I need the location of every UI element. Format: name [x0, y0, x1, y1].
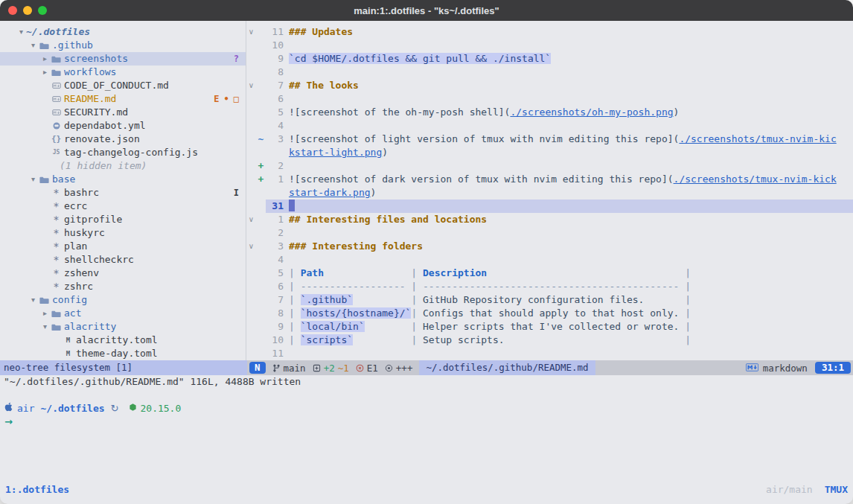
folder-icon: [50, 309, 63, 319]
chevron-down-icon[interactable]: ▾: [28, 293, 38, 307]
markdown-link[interactable]: ./screenshots/oh-my-posh.png: [510, 106, 673, 118]
editor-line-wrap[interactable]: kstart-light.png): [246, 146, 853, 159]
chevron-right-icon[interactable]: ▸: [40, 307, 50, 320]
tmux-window-tab[interactable]: 1:.dotfiles: [5, 484, 69, 495]
editor-line[interactable]: ∨11### Updates: [246, 25, 853, 39]
markdown-link[interactable]: start-dark.png: [289, 187, 371, 198]
tree-item-1-hidden-item[interactable]: (1 hidden item): [0, 159, 246, 173]
tree-item-workflows[interactable]: ▸workflows: [0, 66, 246, 79]
zoom-button[interactable]: [38, 6, 47, 15]
tree-item-screenshots[interactable]: ▸screenshots?: [0, 52, 246, 66]
editor-line[interactable]: 10: [246, 39, 853, 52]
tree-item-security-md[interactable]: SECURITY.md: [0, 106, 246, 119]
chevron-right-icon[interactable]: ▸: [40, 66, 50, 79]
editor-line[interactable]: ∨1## Interesting files and locations: [246, 213, 853, 226]
fold-icon[interactable]: ∨: [246, 213, 256, 226]
prompt-arrow[interactable]: →: [4, 415, 853, 429]
tree-item-base[interactable]: ▾base: [0, 173, 246, 186]
tree-item-config[interactable]: ▾config: [0, 293, 246, 307]
editor-line[interactable]: 6: [246, 92, 853, 106]
tree-item-dependabot-yml[interactable]: dependabot.yml: [0, 119, 246, 133]
close-button[interactable]: [8, 6, 17, 15]
tree-item-label: zshrc: [64, 280, 93, 293]
tree-item-theme-day-toml[interactable]: Mtheme-day.toml: [0, 347, 246, 360]
editor-line[interactable]: 5![screenshot of the oh-my-posh shell](.…: [246, 106, 853, 119]
fold-icon: [246, 52, 256, 66]
markdown-heading: ## The looks: [289, 80, 359, 91]
tree-item-zshenv[interactable]: *zshenv: [0, 267, 246, 280]
editor-line[interactable]: +1![screenshot of dark version of tmux w…: [246, 173, 853, 186]
tree-item-act[interactable]: ▸act: [0, 307, 246, 320]
minimize-button[interactable]: [23, 6, 32, 15]
editor-text: |: [289, 307, 301, 319]
tree-item-bashrc[interactable]: *bashrcI: [0, 186, 246, 200]
folder-icon: [50, 68, 63, 77]
editor-line[interactable]: 10| `scripts` | Setup scripts. |: [246, 334, 853, 347]
code-span: `local/bin`: [301, 321, 365, 332]
editor-line[interactable]: ∨7## The looks: [246, 79, 853, 92]
editor-line[interactable]: 4: [246, 253, 853, 267]
tree-item-dotfiles[interactable]: ▾~/.dotfiles: [0, 25, 246, 39]
chevron-down-icon[interactable]: ▾: [40, 320, 50, 334]
editor-text-area: | `hosts/{hostname}/`| Configs that shou…: [289, 307, 853, 320]
editor-text: Description: [423, 267, 487, 278]
terminal-content: ▾~/.dotfiles▾.github▸screenshots?▸workfl…: [0, 21, 853, 504]
editor-line[interactable]: ∨3### Interesting folders: [246, 240, 853, 253]
markdown-link[interactable]: kstart-light.png: [289, 147, 382, 158]
fold-icon[interactable]: ∨: [246, 79, 256, 92]
editor-line[interactable]: 8| `hosts/{hostname}/`| Configs that sho…: [246, 307, 853, 320]
editor-line-wrap[interactable]: start-dark.png): [246, 186, 853, 200]
gutter-sign: [256, 253, 266, 267]
chevron-down-icon[interactable]: ▾: [28, 39, 38, 52]
editor-text: GitHub Repository configuration files.: [423, 294, 644, 305]
line-number: 2: [266, 159, 289, 173]
tree-item-github[interactable]: ▾.github: [0, 39, 246, 52]
tree-item-label: alacritty.toml: [76, 334, 158, 347]
line-number: 2: [266, 226, 289, 240]
markdown-heading: ### Updates: [289, 26, 353, 37]
tree-item-huskyrc[interactable]: *huskyrc: [0, 226, 246, 240]
fold-icon[interactable]: ∨: [246, 25, 256, 39]
editor-text-area: [289, 200, 853, 213]
tree-item-alacritty[interactable]: ▾alacritty: [0, 320, 246, 334]
editor-line[interactable]: 5| Path | Description |: [246, 267, 853, 280]
branch-icon: [272, 363, 281, 373]
tree-item-shellcheckrc[interactable]: *shellcheckrc: [0, 253, 246, 267]
markdown-link[interactable]: ./screenshots/tmux-nvim-kic: [679, 133, 836, 144]
editor-line[interactable]: 9| `local/bin` | Helper scripts that I'v…: [246, 320, 853, 334]
chevron-down-icon[interactable]: ▾: [16, 25, 26, 39]
editor-line[interactable]: 11: [246, 347, 853, 360]
markdown-icon: [50, 81, 63, 90]
tree-item-label: README.md: [64, 92, 116, 106]
tree-item-zshrc[interactable]: *zshrc: [0, 280, 246, 293]
editor-line[interactable]: +2: [246, 159, 853, 173]
tree-item-label: CODE_OF_CONDUCT.md: [64, 79, 169, 92]
editor-line[interactable]: 6| ------------------ | ----------------…: [246, 280, 853, 293]
tree-item-plan[interactable]: *plan: [0, 240, 246, 253]
editor-line[interactable]: 7| `.github` | GitHub Repository configu…: [246, 293, 853, 307]
tree-item-tag-changelog-config-js[interactable]: JStag-changelog-config.js: [0, 146, 246, 159]
fold-icon[interactable]: ∨: [246, 240, 256, 253]
tree-item-label: .github: [52, 39, 93, 52]
tree-item-gitprofile[interactable]: *gitprofile: [0, 213, 246, 226]
tree-item-ecrc[interactable]: *ecrc: [0, 200, 246, 213]
chevron-right-icon[interactable]: ▸: [40, 52, 50, 66]
chevron-down-icon[interactable]: ▾: [28, 173, 38, 186]
neotree-statusline: neo-tree filesystem [1]: [0, 360, 247, 375]
markdown-link[interactable]: ./screenshots/tmux-nvim-kick: [674, 173, 837, 185]
tree-item-code-of-conduct-md[interactable]: CODE_OF_CONDUCT.md: [0, 79, 246, 92]
editor-line[interactable]: 9`cd $HOME/.dotfiles && git pull && ./in…: [246, 52, 853, 66]
editor-line[interactable]: ~3![screenshot of light version of tmux …: [246, 133, 853, 146]
editor-line[interactable]: 4: [246, 119, 853, 133]
tree-item-alacritty-toml[interactable]: Malacritty.toml: [0, 334, 246, 347]
code-span: `scripts`: [301, 334, 353, 345]
editor-line[interactable]: 8: [246, 66, 853, 79]
editor-line-current[interactable]: 31: [246, 200, 853, 213]
tree-item-renovate-json[interactable]: {}renovate.json: [0, 133, 246, 146]
line-number: 6: [266, 92, 289, 106]
editor-line[interactable]: 2: [246, 226, 853, 240]
tree-item-label: gitprofile: [64, 213, 122, 226]
status-badge: I: [234, 186, 239, 200]
editor-text: |: [324, 267, 423, 278]
tree-item-readme-md[interactable]: README.mdE•□: [0, 92, 246, 106]
